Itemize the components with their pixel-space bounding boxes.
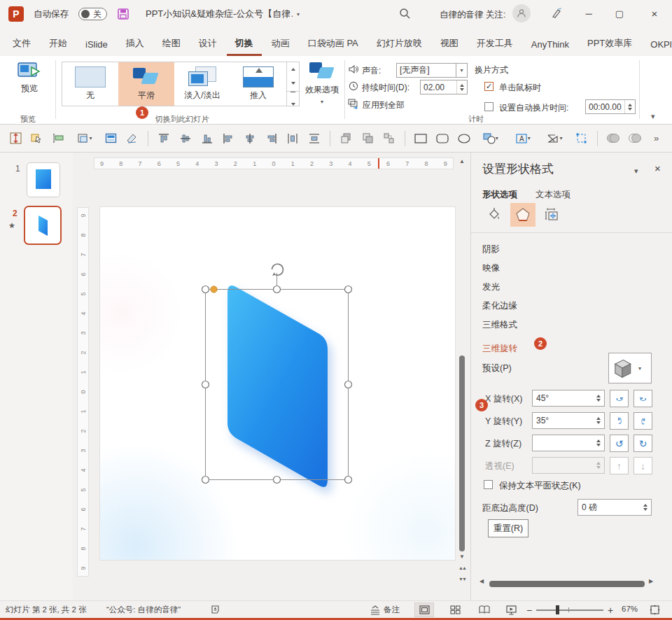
ribbon-tab[interactable]: 开发工具 <box>468 31 522 56</box>
save-icon[interactable] <box>117 8 130 20</box>
panel-tab-text-options[interactable]: 文本选项 <box>536 189 570 201</box>
sound-dropdown-button[interactable]: ▾ <box>456 63 468 78</box>
rotate-x-right-button[interactable]: ↻ <box>634 390 652 407</box>
sound-select[interactable]: [无声音] <box>396 63 456 78</box>
oval-shape-button[interactable] <box>455 129 472 148</box>
vertical-scrollbar-thumb[interactable] <box>459 355 465 551</box>
keep-text-flat-checkbox[interactable] <box>484 480 493 489</box>
ribbon-tab[interactable]: PPT效率库 <box>579 31 640 56</box>
spin-down-icon[interactable] <box>460 88 464 91</box>
align-right-button[interactable] <box>262 129 280 148</box>
next-slide-button[interactable]: ▼▼ <box>458 577 465 582</box>
ribbon-tab[interactable]: 设计 <box>190 31 225 56</box>
ribbon-tab[interactable]: 口袋动画 PA <box>300 31 367 56</box>
autosave-toggle[interactable]: 关 <box>78 8 107 20</box>
effects-tab-button[interactable] <box>510 203 536 227</box>
panel-close-icon[interactable]: × <box>654 162 661 174</box>
panel-effect-item[interactable]: 三维格式 <box>482 319 517 331</box>
size-properties-tab-button[interactable] <box>540 203 565 227</box>
after-time-checkbox[interactable] <box>484 102 493 111</box>
rotate-z-ccw-button[interactable]: ↺ <box>610 435 629 452</box>
duration-spinner[interactable]: 02.00 <box>420 80 468 94</box>
distribute-rows-button[interactable] <box>50 129 67 148</box>
transition-morph[interactable]: 平滑 <box>118 62 174 106</box>
merge-shapes-union-button[interactable] <box>605 129 622 148</box>
ribbon-tab[interactable]: AnyThink <box>523 34 578 56</box>
rounded-rectangle-shape-button[interactable] <box>434 129 451 148</box>
after-time-spinner[interactable]: 00:00.00 <box>585 99 636 114</box>
scroll-up-icon[interactable]: ▲ <box>458 159 465 164</box>
align-center-button[interactable] <box>241 129 259 148</box>
on-mouse-click-checkbox[interactable]: ✓ <box>484 82 493 91</box>
reading-view-button[interactable] <box>475 603 494 617</box>
rotate-y-down-button[interactable]: ↻ <box>634 412 652 430</box>
spin-up-icon[interactable] <box>596 439 601 442</box>
rectangle-shape-button[interactable] <box>412 129 430 148</box>
distance-from-ground-input[interactable]: 0 磅 <box>578 499 652 516</box>
title-dropdown-icon[interactable]: ▾ <box>297 11 300 17</box>
preview-button[interactable]: 预览 <box>11 62 48 94</box>
zoom-percentage[interactable]: 67% <box>622 605 638 613</box>
panel-effect-item[interactable]: 发光 <box>482 281 500 293</box>
close-button[interactable]: × <box>643 3 666 24</box>
slide-canvas[interactable] <box>100 207 455 560</box>
spin-up-icon[interactable] <box>643 504 648 507</box>
panel-collapse-icon[interactable]: ▾ <box>634 167 638 176</box>
zoom-slider-track[interactable] <box>536 610 603 611</box>
spin-up-icon[interactable] <box>628 104 632 106</box>
rotate-y-up-button[interactable]: ↺ <box>610 412 629 430</box>
spin-down-icon[interactable] <box>628 108 632 111</box>
align-middle-button[interactable] <box>177 129 195 148</box>
ribbon-tab[interactable]: 视图 <box>432 31 467 56</box>
avatar[interactable] <box>512 4 531 22</box>
panel-effect-item[interactable]: 阴影 <box>482 244 500 255</box>
text-box-dropdown-button[interactable]: A▾ <box>509 129 537 148</box>
ribbon-tab[interactable]: 开始 <box>41 31 76 56</box>
edit-points-button[interactable] <box>573 129 590 148</box>
accessibility-icon[interactable] <box>210 605 220 615</box>
panel-scroll-right-icon[interactable]: ▶ <box>649 578 653 584</box>
ribbon-tab[interactable]: 插入 <box>118 31 153 56</box>
layout-button[interactable] <box>102 129 120 148</box>
ribbon-tab[interactable]: 动画 <box>263 31 298 56</box>
transition-none[interactable]: 无 <box>62 62 118 106</box>
spin-down-icon[interactable] <box>643 508 648 511</box>
spin-up-icon[interactable] <box>596 417 601 420</box>
minimize-button[interactable]: ─ <box>577 3 601 24</box>
panel-effect-item[interactable]: 柔化边缘 <box>482 300 517 312</box>
panel-tab-shape-options[interactable]: 形状选项 <box>482 189 517 201</box>
notes-icon[interactable] <box>370 605 381 615</box>
group-objects-button[interactable] <box>380 129 398 148</box>
select-object-button[interactable] <box>29 129 46 148</box>
panel-effect-item-3d-rotation[interactable]: 三维旋转 <box>482 343 517 355</box>
rotate-x-left-button[interactable]: ↺ <box>610 390 629 407</box>
panel-horizontal-scrollbar-thumb[interactable] <box>489 581 645 587</box>
rotate-z-cw-button[interactable]: ↻ <box>634 435 652 452</box>
align-bottom-button[interactable] <box>198 129 216 148</box>
ribbon-tab[interactable]: 幻灯片放映 <box>368 31 430 56</box>
rotation-y-input[interactable]: 35° <box>532 412 605 429</box>
ribbon-tab[interactable]: 切换 <box>227 31 262 56</box>
toolbar-more-button[interactable]: » <box>648 129 665 148</box>
spin-down-icon[interactable] <box>596 421 601 424</box>
effect-options-button[interactable]: 效果选项 ▾ <box>302 62 342 105</box>
zoom-slider-thumb[interactable] <box>556 605 559 614</box>
ribbon-tab[interactable]: 绘图 <box>154 31 189 56</box>
rotation-x-input[interactable]: 45° <box>532 390 605 407</box>
fit-height-button[interactable] <box>7 129 24 148</box>
collapse-ribbon-icon[interactable]: ▾ <box>651 112 655 121</box>
distribute-vertical-button[interactable] <box>306 129 323 148</box>
spin-up-icon[interactable] <box>596 395 601 397</box>
maximize-button[interactable]: ▢ <box>608 3 631 24</box>
shapes-dropdown-button[interactable]: ▾ <box>477 129 505 148</box>
distribute-horizontal-button[interactable] <box>284 129 302 148</box>
account-name[interactable]: 自律的音律 关注: <box>440 9 505 21</box>
bring-forward-button[interactable] <box>337 129 355 148</box>
pen-tool-icon[interactable] <box>550 7 563 20</box>
spin-down-icon[interactable] <box>596 399 601 402</box>
ribbon-tab[interactable]: iSlide <box>77 34 116 56</box>
transition-fade[interactable]: 淡入/淡出 <box>174 62 230 106</box>
panel-effect-item[interactable]: 映像 <box>482 262 500 274</box>
previous-slide-button[interactable]: ▲▲ <box>458 565 465 571</box>
slide-1-thumbnail[interactable] <box>27 162 60 197</box>
